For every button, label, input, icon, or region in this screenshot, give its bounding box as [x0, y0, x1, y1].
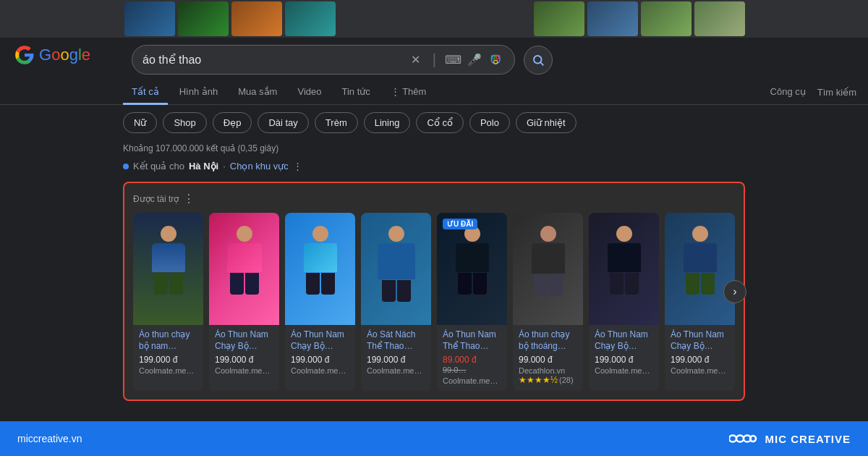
location-bar: Kết quả cho Hà Nội · Chọn khu vực ⋮	[0, 156, 868, 176]
product-image-8	[665, 213, 735, 325]
chip-polo[interactable]: Polo	[469, 112, 510, 133]
filter-chips: Nữ Shop Đẹp Dài tay Trèm Lining Cổ cổ Po…	[0, 105, 868, 140]
svg-point-0	[491, 55, 500, 64]
product-source-4: Coolmate.me…	[367, 366, 425, 375]
tab-all[interactable]: Tất cả	[123, 80, 168, 105]
tab-images[interactable]: Hình ảnh	[171, 80, 227, 105]
product-price-2: 199.000 đ	[215, 355, 273, 365]
tab-news[interactable]: Tin tức	[333, 80, 378, 105]
review-count-6: (28)	[559, 376, 574, 384]
product-title-2: Áo Thun Nam Chạy Bộ Hoạ…	[215, 329, 273, 352]
tab-shopping[interactable]: Mua sắm	[229, 80, 286, 105]
chip-nu[interactable]: Nữ	[123, 112, 157, 133]
product-price-1: 199.000 đ	[139, 355, 197, 365]
product-image-2	[209, 213, 279, 325]
search-icon-group: ✕ | ⌨ 🎤	[408, 51, 504, 68]
product-info-6: Áo thun chạy bộ thoáng kh… 99.000 đ Deca…	[513, 325, 583, 391]
stars-icon-6: ★★★★½	[519, 375, 558, 385]
product-source-1: Coolmate.me…	[139, 366, 197, 375]
top-thumb[interactable]	[285, 1, 336, 36]
price-sale-5: 89.000 đ	[443, 355, 477, 365]
product-title-8: Áo Thun Nam Chạy Bộ Hoạ…	[671, 329, 729, 352]
chip-daitay[interactable]: Dài tay	[258, 112, 308, 133]
product-card-4[interactable]: Áo Sát Nách Thể Thao Na… 199.000 đ Coolm…	[361, 213, 431, 391]
product-info-3: Áo Thun Nam Chạy Bộ… 199.000 đ Coolmate.…	[285, 325, 355, 381]
google-logo[interactable]: Google	[14, 45, 90, 65]
product-title-3: Áo Thun Nam Chạy Bộ…	[291, 329, 349, 352]
product-card-5[interactable]: ƯU ĐÃI Áo Thun Nam Thể Thao… 89.000 đ 99…	[437, 213, 507, 391]
top-thumb[interactable]	[534, 1, 584, 36]
top-thumb[interactable]	[641, 1, 692, 36]
product-card-6[interactable]: Áo thun chạy bộ thoáng kh… 99.000 đ Deca…	[513, 213, 583, 391]
product-info-1: Áo thun chạy bộ nam… 199.000 đ Coolmate.…	[133, 325, 203, 381]
chip-shop[interactable]: Shop	[163, 112, 206, 133]
product-card-1[interactable]: Áo thun chạy bộ nam… 199.000 đ Coolmate.…	[133, 213, 203, 391]
product-card-7[interactable]: Áo Thun Nam Chạy Bộ… 199.000 đ Coolmate.…	[589, 213, 659, 391]
product-source-3: Coolmate.me…	[291, 366, 349, 375]
search-area: ✕ | ⌨ 🎤	[0, 38, 868, 75]
search-button[interactable]	[524, 46, 553, 75]
lens-icon[interactable]	[488, 52, 504, 68]
product-info-4: Áo Sát Nách Thể Thao Na… 199.000 đ Coolm…	[361, 325, 431, 381]
product-image-3	[285, 213, 355, 325]
sale-badge-5: ƯU ĐÃI	[443, 219, 477, 229]
voice-icon[interactable]: 🎤	[467, 52, 482, 68]
chip-coco[interactable]: Cổ cổ	[416, 112, 464, 133]
location-city: Hà Nội	[189, 161, 218, 172]
sponsored-options-icon[interactable]: ⋮	[183, 192, 195, 206]
products-grid: Áo thun chạy bộ nam… 199.000 đ Coolmate.…	[133, 213, 735, 391]
product-image-6	[513, 213, 583, 325]
product-image-4	[361, 213, 431, 325]
product-source-6: Decathlon.vn	[519, 366, 577, 375]
search-input[interactable]	[142, 54, 402, 67]
nav-tabs: Tất cả Hình ảnh Mua sắm Video Tin tức ⋮ …	[0, 75, 868, 105]
chip-trem[interactable]: Trèm	[315, 112, 358, 133]
divider: |	[433, 51, 436, 68]
search-right-button[interactable]: Tìm kiếm	[817, 87, 868, 98]
top-thumb[interactable]	[178, 1, 229, 36]
clear-icon[interactable]: ✕	[408, 52, 424, 68]
product-info-5: Áo Thun Nam Thể Thao… 89.000 đ 99.0… Coo…	[437, 325, 507, 391]
change-location-link[interactable]: Chọn khu vực	[230, 161, 289, 172]
product-source-8: Coolmate.me…	[671, 366, 729, 375]
product-card-3[interactable]: Áo Thun Nam Chạy Bộ… 199.000 đ Coolmate.…	[285, 213, 355, 391]
product-image-5: ƯU ĐÃI	[437, 213, 507, 325]
product-price-5: 89.000 đ 99.0…	[443, 355, 501, 375]
top-thumb[interactable]	[124, 1, 175, 36]
keyboard-icon[interactable]: ⌨	[445, 52, 461, 68]
svg-line-5	[540, 62, 542, 64]
product-title-4: Áo Sát Nách Thể Thao Na…	[367, 329, 425, 352]
location-more-icon[interactable]: ⋮	[293, 161, 302, 172]
google-g-icon	[14, 45, 35, 65]
product-stars-6: ★★★★½ (28)	[519, 375, 577, 385]
top-thumb[interactable]	[694, 1, 745, 36]
footer-domain: miccreative.vn	[17, 433, 82, 444]
location-dot-sep: ·	[223, 161, 226, 172]
tab-video[interactable]: Video	[289, 80, 330, 105]
search-box[interactable]: ✕ | ⌨ 🎤	[132, 45, 515, 75]
product-info-7: Áo Thun Nam Chạy Bộ… 199.000 đ Coolmate.…	[589, 325, 659, 381]
product-title-6: Áo thun chạy bộ thoáng kh…	[519, 329, 577, 352]
svg-point-6	[750, 436, 756, 442]
product-card-2[interactable]: Áo Thun Nam Chạy Bộ Hoạ… 199.000 đ Coolm…	[209, 213, 279, 391]
tab-more[interactable]: ⋮ Thêm	[382, 80, 435, 105]
product-source-5: Coolmate.me…	[443, 376, 501, 385]
product-price-3: 199.000 đ	[291, 355, 349, 365]
top-thumb[interactable]	[231, 1, 282, 36]
product-info-8: Áo Thun Nam Chạy Bộ Hoạ… 199.000 đ Coolm…	[665, 325, 735, 381]
sponsored-section: Được tài trợ ⋮ Áo thun chạy bộ nam… 199.…	[123, 182, 745, 401]
top-image-strip	[0, 0, 868, 38]
chip-gunhiet[interactable]: Giữ nhiệt	[516, 112, 576, 133]
chip-lining[interactable]: Lining	[364, 112, 411, 133]
product-card-8[interactable]: Áo Thun Nam Chạy Bộ Hoạ… 199.000 đ Coolm…	[665, 213, 735, 391]
brand-logo-icon	[729, 430, 758, 447]
tools-button[interactable]: Công cụ	[762, 80, 814, 105]
bottom-bar: miccreative.vn MIC CREATIVE	[0, 421, 868, 456]
top-thumb[interactable]	[587, 1, 638, 36]
product-title-5: Áo Thun Nam Thể Thao…	[443, 329, 501, 352]
product-price-4: 199.000 đ	[367, 355, 425, 365]
product-source-2: Coolmate.me…	[215, 366, 273, 375]
next-products-button[interactable]: ›	[723, 280, 746, 303]
chip-dep[interactable]: Đẹp	[213, 112, 252, 133]
location-dot-icon	[123, 164, 129, 169]
